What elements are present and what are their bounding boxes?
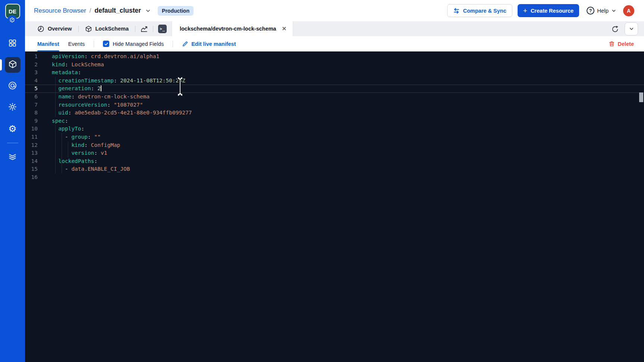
apps-grid-icon	[8, 39, 17, 49]
active-resource-tab[interactable]: lockschema/devtron-cm-lock-schema ✕	[172, 21, 293, 36]
toolbar-separator	[94, 41, 94, 47]
sidebar-item-security-scan[interactable]	[5, 100, 21, 115]
line-number: 1	[25, 53, 38, 61]
text-caret	[101, 85, 101, 91]
line-number: 10	[25, 125, 38, 133]
line-number: 2	[25, 61, 38, 69]
lockschema-cube-icon	[85, 25, 92, 32]
code-line-15[interactable]: 15 - data.ENABLE_CI_JOB	[25, 165, 644, 173]
sidebar-item-global-config[interactable]: ⚙	[5, 121, 21, 136]
global-config-gear-icon: ⚙	[8, 124, 16, 133]
sidebar-item-app-details[interactable]	[5, 78, 21, 94]
line-number: 13	[25, 149, 38, 157]
line-number: 14	[25, 157, 38, 166]
pencil-icon	[182, 41, 188, 47]
code-line-1[interactable]: 1apiVersion: crd.devtron.ai/alpha1	[25, 53, 644, 61]
sidebar-nav: ⚙	[0, 36, 25, 165]
manifest-toolbar: Manifest Events Hide Managed Fields Edit…	[25, 36, 644, 51]
refresh-icon[interactable]	[611, 25, 618, 32]
line-number: 4	[25, 77, 38, 85]
manifest-code-editor[interactable]: 1apiVersion: crd.devtron.ai/alpha12kind:…	[25, 51, 644, 362]
edit-live-manifest-button[interactable]: Edit live manifest	[182, 41, 236, 47]
line-number: 15	[25, 165, 38, 173]
code-line-5[interactable]: 5 generation: 2	[25, 85, 644, 93]
tab-monitoring[interactable]	[135, 21, 153, 36]
tab-manifest[interactable]: Manifest	[37, 36, 59, 51]
breadcrumb-resource-browser-link[interactable]: Resource Browser	[34, 7, 86, 15]
breadcrumb: Resource Browser / default_cluster	[34, 7, 151, 15]
line-number: 5	[25, 85, 38, 92]
code-line-13[interactable]: 13 version: v1	[25, 149, 644, 157]
code-lines: 1apiVersion: crd.devtron.ai/alpha12kind:…	[25, 53, 644, 182]
terminal-icon: >_	[158, 25, 167, 33]
cluster-dropdown-chevron-icon[interactable]	[145, 8, 151, 14]
devtron-logo[interactable]: DE	[4, 4, 21, 25]
help-chevron-down-icon	[611, 8, 616, 13]
tab-list-dropdown-button[interactable]	[625, 22, 638, 35]
create-resource-button[interactable]: + Create Resource	[518, 4, 579, 17]
line-number: 8	[25, 109, 38, 117]
compare-sync-icon	[453, 7, 460, 14]
code-line-8[interactable]: 8 uid: a0e5edab-2cd5-4e21-88e0-934ffb099…	[25, 109, 644, 117]
help-question-icon: ?	[587, 7, 594, 15]
code-line-16[interactable]: 16	[25, 173, 644, 182]
breadcrumb-separator: /	[89, 7, 91, 15]
code-line-3[interactable]: 3metadata:	[25, 69, 644, 77]
line-number: 11	[25, 133, 38, 141]
sidebar-divider	[7, 143, 18, 143]
plus-icon: +	[523, 7, 527, 14]
line-number: 12	[25, 141, 38, 149]
code-line-12[interactable]: 12 kind: ConfigMap	[25, 141, 644, 149]
hide-managed-fields-label: Hide Managed Fields	[113, 41, 164, 47]
main-content: Resource Browser / default_cluster Produ…	[25, 0, 644, 362]
tab-close-icon[interactable]: ✕	[282, 25, 287, 32]
user-avatar[interactable]: A	[623, 5, 634, 16]
overview-icon	[37, 25, 44, 32]
line-number: 7	[25, 101, 38, 109]
stack-manager-icon	[8, 152, 17, 163]
resource-browser-cube-icon	[8, 60, 17, 70]
code-line-4[interactable]: 4 creationTimestamp: 2024-11-08T12:50:26…	[25, 77, 644, 85]
tab-terminal[interactable]: >_	[153, 21, 172, 36]
devtron-orb-icon	[7, 15, 17, 25]
code-line-2[interactable]: 2kind: LockSchema	[25, 61, 644, 69]
compare-sync-button[interactable]: Compare & Sync	[447, 4, 512, 17]
app-window: DE	[0, 0, 644, 362]
tab-lockschema[interactable]: LockSchema	[79, 21, 135, 36]
code-line-6[interactable]: 6 name: devtron-cm-lock-schema	[25, 93, 644, 101]
toolbar-separator	[173, 41, 173, 47]
line-number: 3	[25, 69, 38, 77]
sidebar-item-apps[interactable]	[5, 36, 21, 51]
line-number: 6	[25, 93, 38, 101]
code-line-14[interactable]: 14 lockedPaths:	[25, 157, 644, 166]
code-line-10[interactable]: 10 applyTo:	[25, 125, 644, 133]
tab-overview[interactable]: Overview	[31, 21, 78, 36]
indent-guide	[55, 77, 56, 117]
checkbox-checked-icon[interactable]	[103, 41, 109, 47]
app-details-icon	[8, 81, 17, 92]
sidebar-item-resource-browser[interactable]	[5, 57, 21, 73]
hide-managed-fields-toggle[interactable]: Hide Managed Fields	[103, 41, 164, 47]
code-line-7[interactable]: 7 resourceVersion: "1087027"	[25, 101, 644, 109]
environment-badge: Production	[158, 6, 194, 16]
code-line-11[interactable]: 11 - group: ""	[25, 133, 644, 141]
scrollbar-cursor-marker[interactable]	[639, 92, 643, 102]
help-menu[interactable]: ? Help	[587, 7, 616, 15]
top-header: Resource Browser / default_cluster Produ…	[25, 0, 644, 21]
resource-tab-strip: Overview LockSchema >_ lockschema/devtro…	[25, 21, 644, 36]
sidebar-item-stack-manager[interactable]	[5, 149, 21, 165]
active-tab-title: lockschema/devtron-cm-lock-schema	[180, 26, 276, 32]
indent-guide	[55, 125, 56, 173]
line-chart-icon	[140, 25, 148, 33]
breadcrumb-cluster-name: default_cluster	[95, 7, 141, 15]
line-number: 9	[25, 117, 38, 125]
code-line-9[interactable]: 9spec:	[25, 117, 644, 125]
security-scan-icon	[8, 102, 17, 113]
tab-events[interactable]: Events	[68, 36, 85, 51]
app-sidebar: DE	[0, 0, 25, 362]
line-number: 16	[25, 173, 38, 182]
header-actions: Compare & Sync + Create Resource ? Help …	[447, 4, 634, 17]
delete-button[interactable]: Delete	[609, 41, 634, 47]
indent-guide	[68, 141, 68, 157]
indent-guide	[62, 133, 62, 173]
